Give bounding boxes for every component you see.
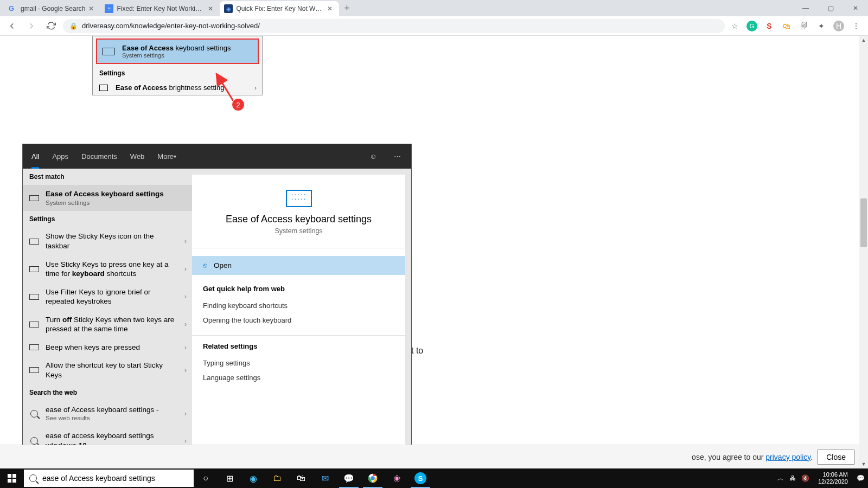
chevron-right-icon: ›	[184, 410, 187, 418]
address-bar[interactable]: 🔒 drivereasy.com/knowledge/enter-key-not…	[63, 19, 725, 33]
back-button[interactable]	[4, 18, 20, 34]
network-icon[interactable]: 🖧	[789, 474, 796, 482]
tab-title: Quick Fix: Enter Key Not Working…	[236, 5, 324, 12]
docs-favicon: ≡	[105, 4, 113, 13]
keyboard-icon	[29, 266, 39, 272]
profile-avatar[interactable]: H	[833, 21, 844, 31]
search-tab-bar: All Apps Documents Web More ☺ ⋯	[23, 144, 411, 169]
task-view-icon[interactable]: ⊞	[218, 468, 241, 488]
search-tab-all[interactable]: All	[31, 144, 39, 169]
search-tab-documents[interactable]: Documents	[81, 144, 117, 169]
chrome-icon[interactable]	[361, 468, 385, 488]
ms-store-icon[interactable]: 🛍	[289, 468, 313, 488]
svg-line-0	[221, 81, 233, 101]
browser-tab-2[interactable]: ◉ Quick Fix: Enter Key Not Working… ✕	[220, 1, 339, 16]
settings-item[interactable]: Beep when keys are pressed›	[23, 338, 192, 357]
page-scrollbar[interactable]: ▲ ▼	[859, 36, 868, 468]
lock-icon: 🔒	[69, 22, 78, 30]
feedback-icon[interactable]: ☺	[368, 151, 379, 162]
settings-item[interactable]: Allow the shortcut key to start Sticky K…	[23, 356, 192, 384]
search-tab-apps[interactable]: Apps	[52, 144, 68, 169]
close-icon[interactable]: ✕	[327, 5, 335, 12]
grammarly-icon[interactable]: G	[746, 21, 757, 31]
close-window-button[interactable]: ✕	[843, 0, 868, 16]
browser-tab-0[interactable]: G gmail - Google Search ✕	[4, 1, 100, 16]
search-preview-pane: Ease of Access keyboard settings System …	[192, 169, 411, 460]
open-button[interactable]: ⎋ Open	[192, 256, 405, 275]
tray-chevron-icon[interactable]: ︿	[777, 474, 784, 483]
mail-icon[interactable]: ✉	[313, 468, 337, 488]
chrome-menu-icon[interactable]: ⋮	[851, 21, 861, 31]
chat-app-icon[interactable]: 💬	[337, 468, 361, 488]
search-web-header: Search the web	[23, 384, 192, 401]
cortana-icon[interactable]: ○	[194, 468, 218, 488]
forward-button[interactable]	[24, 18, 39, 34]
help-link[interactable]: Finding keyboard shortcuts	[203, 298, 394, 313]
svg-point-2	[371, 476, 375, 480]
cookie-close-button[interactable]: Close	[817, 450, 855, 465]
settings-item[interactable]: Use Filter Keys to ignore brief or repea…	[23, 283, 192, 311]
best-match-item[interactable]: Ease of Access keyboard settings System …	[23, 185, 192, 211]
article-screenshot-fragment: Ease of Access keyboard settings System …	[92, 36, 263, 95]
app-icon[interactable]: ❀	[385, 468, 409, 488]
taskbar-clock[interactable]: 10:06 AM 12/22/2020	[815, 471, 851, 485]
cookie-consent-bar: ose, you agree to our privacy policy. Cl…	[0, 445, 868, 468]
windows-logo-icon	[8, 474, 16, 483]
scroll-up-icon[interactable]: ▲	[859, 36, 868, 44]
preview-title: Ease of Access keyboard settings	[203, 214, 394, 225]
settings-subheader: Settings	[93, 66, 262, 80]
start-button[interactable]	[0, 468, 24, 488]
google-favicon: G	[9, 4, 17, 13]
search-tab-more[interactable]: More	[157, 144, 176, 169]
page-content: Ease of Access keyboard settings System …	[0, 36, 868, 488]
volume-icon[interactable]: 🔇	[801, 474, 809, 482]
browser-tab-1[interactable]: ≡ Fixed: Enter Key Not Working On … ✕	[100, 1, 220, 16]
browser-toolbar: 🔒 drivereasy.com/knowledge/enter-key-not…	[0, 16, 868, 36]
search-icon	[29, 474, 37, 482]
extension-icons: ☆ G S 🛍 🗐 ✦ H ⋮	[729, 21, 864, 31]
reload-button[interactable]	[43, 18, 59, 34]
settings-header: Settings	[23, 211, 192, 227]
settings-item[interactable]: Turn off Sticky Keys when two keys are p…	[23, 311, 192, 338]
keyboard-icon	[29, 367, 39, 373]
file-explorer-icon[interactable]: 🗀	[265, 468, 289, 488]
ext-clip-icon[interactable]: 🗐	[799, 21, 809, 31]
taskbar-search-input[interactable]	[42, 474, 188, 483]
settings-item[interactable]: Use Sticky Keys to press one key at a ti…	[23, 255, 192, 283]
system-tray: ︿ 🖧 🔇 10:06 AM 12/22/2020 💬	[777, 471, 868, 485]
chevron-right-icon: ›	[184, 293, 187, 300]
privacy-policy-link[interactable]: privacy policy	[765, 453, 810, 461]
scrollbar-thumb[interactable]	[860, 198, 867, 247]
page-body-text-fragment: t to	[411, 346, 423, 356]
close-icon[interactable]: ✕	[88, 5, 96, 12]
help-link[interactable]: Opening the touch keyboard	[203, 313, 394, 328]
star-icon[interactable]: ☆	[729, 21, 740, 31]
related-link[interactable]: Language settings	[203, 370, 394, 385]
new-tab-button[interactable]: +	[339, 1, 354, 16]
url-text: drivereasy.com/knowledge/enter-key-not-w…	[82, 22, 260, 30]
web-result-item[interactable]: ease of Access keyboard settings -See we…	[23, 401, 192, 427]
maximize-button[interactable]: ▢	[818, 0, 843, 16]
search-options-icon[interactable]: ⋯	[392, 151, 403, 162]
settings-item[interactable]: Show the Sticky Keys icon on the taskbar…	[23, 227, 192, 255]
site-favicon: ◉	[224, 4, 233, 13]
skype-icon[interactable]: S	[409, 468, 432, 488]
close-icon[interactable]: ✕	[208, 5, 215, 12]
taskbar-search-box[interactable]	[24, 470, 194, 487]
scroll-down-icon[interactable]: ▼	[859, 460, 868, 468]
windows-search-panel: All Apps Documents Web More ☺ ⋯ Best mat…	[23, 144, 411, 460]
minimize-button[interactable]: —	[793, 0, 818, 16]
notifications-icon[interactable]: 💬	[857, 474, 865, 482]
chevron-right-icon: ›	[184, 367, 187, 374]
ext-bag-icon[interactable]: 🛍	[781, 21, 792, 31]
brightness-row: Ease of Access brightness setting ›	[93, 80, 262, 95]
window-controls: — ▢ ✕	[793, 0, 868, 16]
extensions-icon[interactable]: ✦	[816, 21, 827, 31]
windows-taskbar: ○ ⊞ ◉ 🗀 🛍 ✉ 💬 ❀ S ︿ 🖧 🔇 10:06 AM 12/22/2…	[0, 468, 868, 488]
edge-icon[interactable]: ◉	[241, 468, 265, 488]
ext-s-icon[interactable]: S	[764, 21, 775, 31]
browser-tab-strip: G gmail - Google Search ✕ ≡ Fixed: Enter…	[0, 0, 868, 16]
search-results-list: Best match Ease of Access keyboard setti…	[23, 169, 192, 460]
related-link[interactable]: Typing settings	[203, 356, 394, 370]
search-tab-web[interactable]: Web	[130, 144, 145, 169]
